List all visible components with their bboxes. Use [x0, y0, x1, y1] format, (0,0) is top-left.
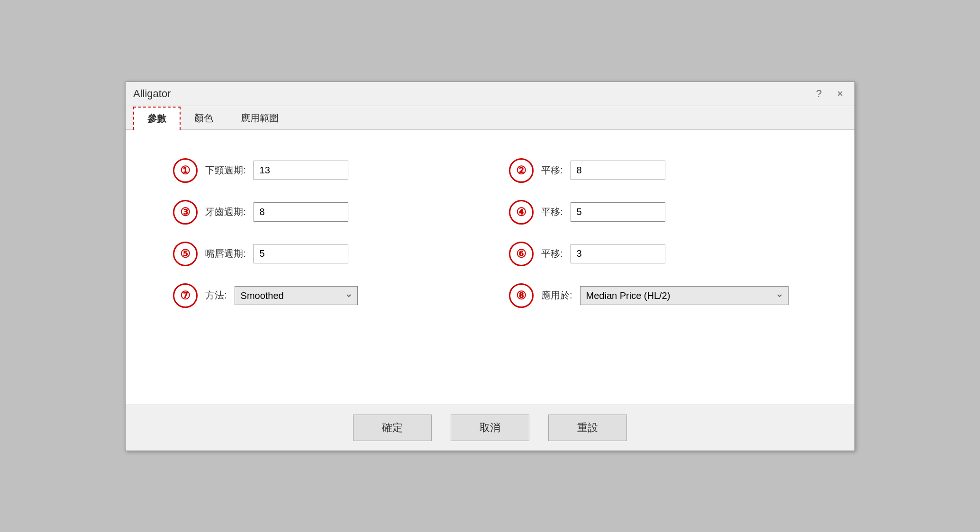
- jaw-shift-row: ② 平移:: [509, 158, 807, 183]
- tab-colors[interactable]: 顏色: [181, 107, 227, 130]
- method-row: ⑦ 方法: Simple Exponential Smoothed Linear…: [173, 283, 471, 308]
- teeth-shift-row: ④ 平移:: [509, 200, 807, 225]
- lips-period-row: ⑤ 嘴唇週期:: [173, 242, 471, 266]
- circle-1: ①: [173, 158, 198, 183]
- method-select[interactable]: Simple Exponential Smoothed Linear Weigh…: [235, 286, 358, 305]
- circle-6: ⑥: [509, 242, 534, 266]
- window-title: Alligator: [133, 88, 171, 100]
- lips-period-label: 嘴唇週期:: [205, 247, 246, 260]
- lips-shift-label: 平移:: [541, 247, 563, 260]
- title-bar-controls: ? ×: [812, 87, 847, 101]
- apply-select[interactable]: Close Open High Low Median Price (HL/2) …: [580, 286, 789, 305]
- lips-period-input[interactable]: [254, 244, 348, 263]
- dialog: Alligator ? × 參數 顏色 應用範圍 ① 下頸週期: ②: [125, 81, 855, 451]
- tab-bar: 參數 顏色 應用範圍: [126, 106, 854, 130]
- teeth-period-input[interactable]: [254, 202, 348, 222]
- circle-4: ④: [509, 200, 534, 225]
- jaw-period-input[interactable]: [254, 161, 348, 180]
- method-label: 方法:: [205, 289, 227, 302]
- apply-label: 應用於:: [541, 289, 572, 302]
- circle-8: ⑧: [509, 283, 534, 308]
- teeth-shift-input[interactable]: [571, 202, 665, 222]
- circle-2: ②: [509, 158, 534, 183]
- teeth-period-row: ③ 牙齒週期:: [173, 200, 471, 225]
- close-button[interactable]: ×: [833, 87, 847, 101]
- jaw-period-label: 下頸週期:: [205, 164, 246, 177]
- cancel-button[interactable]: 取消: [451, 415, 529, 441]
- teeth-shift-label: 平移:: [541, 206, 563, 218]
- circle-3: ③: [173, 200, 198, 225]
- title-bar: Alligator ? ×: [126, 82, 854, 106]
- help-button[interactable]: ?: [812, 87, 826, 101]
- teeth-period-label: 牙齒週期:: [205, 206, 246, 218]
- tab-params[interactable]: 參數: [133, 107, 181, 130]
- tab-apply-range[interactable]: 應用範圍: [227, 107, 292, 130]
- lips-shift-input[interactable]: [571, 244, 665, 263]
- ok-button[interactable]: 確定: [353, 415, 432, 441]
- jaw-period-row: ① 下頸週期:: [173, 158, 471, 183]
- reset-button[interactable]: 重設: [548, 415, 627, 441]
- circle-7: ⑦: [173, 283, 198, 308]
- lips-shift-row: ⑥ 平移:: [509, 242, 807, 266]
- jaw-shift-input[interactable]: [571, 161, 665, 180]
- content-area: ① 下頸週期: ② 平移: ③ 牙齒週期: ④ 平移:: [126, 130, 854, 405]
- circle-5: ⑤: [173, 242, 198, 266]
- form-grid: ① 下頸週期: ② 平移: ③ 牙齒週期: ④ 平移:: [154, 149, 826, 317]
- footer: 確定 取消 重設: [126, 405, 854, 451]
- jaw-shift-label: 平移:: [541, 164, 563, 177]
- apply-row: ⑧ 應用於: Close Open High Low Median Price …: [509, 283, 807, 308]
